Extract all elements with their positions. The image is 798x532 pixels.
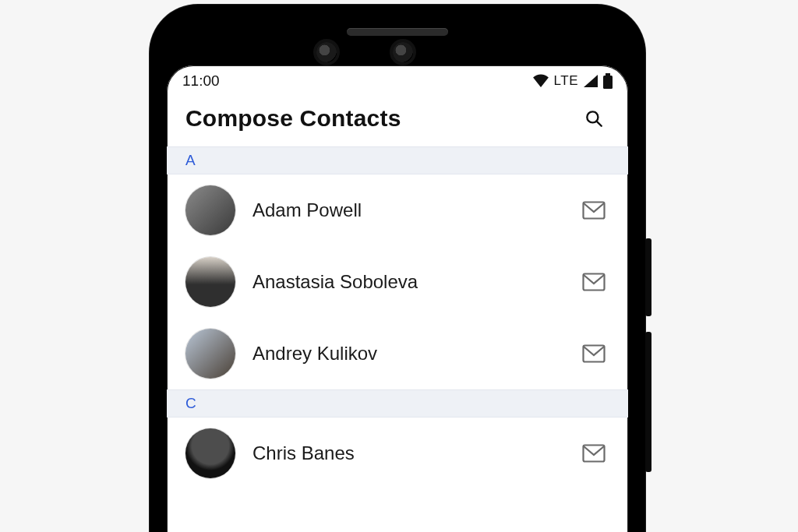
svg-rect-1 [603, 76, 613, 89]
message-button[interactable] [578, 195, 609, 226]
contact-list[interactable]: AAdam Powell Anastasia Soboleva Andrey K… [167, 146, 628, 489]
contact-name: Andrey Kulikov [252, 343, 561, 365]
contact-row[interactable]: Anastasia Soboleva [167, 246, 628, 318]
section-header: C [167, 389, 628, 417]
contact-name: Adam Powell [252, 199, 561, 221]
contact-row[interactable]: Andrey Kulikov [167, 318, 628, 389]
network-label: LTE [554, 73, 578, 89]
search-button[interactable] [578, 103, 609, 134]
screen: 11:00 LTE Compose Contacts [167, 65, 628, 532]
message-button[interactable] [578, 438, 609, 469]
app-toolbar: Compose Contacts [167, 97, 628, 146]
section-header: A [167, 146, 628, 174]
avatar [185, 329, 235, 379]
svg-line-3 [597, 122, 602, 126]
power-button [645, 238, 651, 316]
front-camera-icon [393, 42, 413, 62]
status-time: 11:00 [182, 72, 220, 90]
status-bar: 11:00 LTE [167, 65, 628, 97]
contact-row[interactable]: Adam Powell [167, 174, 628, 246]
page-title: Compose Contacts [185, 105, 401, 132]
mail-icon [582, 273, 606, 291]
avatar [185, 428, 235, 478]
contact-name: Chris Banes [252, 442, 561, 464]
volume-button [645, 332, 651, 472]
mail-icon [582, 444, 606, 463]
battery-icon [603, 73, 613, 89]
search-icon [584, 108, 604, 129]
contact-name: Anastasia Soboleva [252, 271, 561, 293]
mail-icon [582, 201, 606, 220]
avatar [185, 257, 235, 307]
wifi-icon [532, 74, 549, 88]
svg-rect-0 [606, 73, 610, 76]
mail-icon [582, 344, 606, 363]
phone-frame: 11:00 LTE Compose Contacts [150, 5, 645, 532]
message-button[interactable] [578, 338, 609, 369]
avatar [185, 185, 235, 235]
contact-row[interactable]: Chris Banes [167, 417, 628, 489]
front-camera-icon [316, 42, 337, 62]
message-button[interactable] [578, 266, 609, 298]
signal-icon [583, 74, 598, 88]
